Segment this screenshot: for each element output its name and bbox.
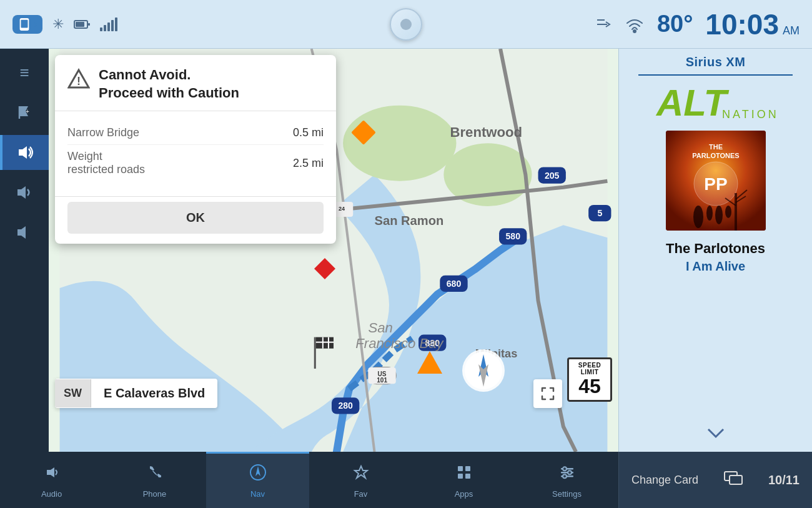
battery-svg	[74, 19, 90, 30]
svg-text:680: 680	[447, 279, 462, 289]
album-art: THE PARLOTONES PP	[666, 131, 766, 231]
svg-point-15	[343, 106, 456, 181]
bottom-nav: Audio Phone Nav	[0, 452, 618, 508]
svg-point-60	[715, 206, 723, 224]
time-ampm: AM	[783, 24, 800, 37]
nav-icon	[249, 464, 267, 486]
svg-point-76	[563, 467, 567, 471]
sort-icon	[595, 16, 612, 33]
svg-text:580: 580	[505, 231, 520, 241]
album-art-inner: THE PARLOTONES PP	[666, 131, 766, 231]
track-counter: 10/11	[768, 473, 800, 487]
volume-low-icon	[15, 224, 34, 241]
svg-marker-68	[355, 466, 367, 478]
caution-body: Narrow Bridge 0.5 mi Weightrestricted ro…	[55, 111, 336, 191]
volume-high-icon	[16, 144, 35, 161]
nav-item-audio[interactable]: Audio	[0, 452, 103, 508]
signal-bars-icon	[100, 17, 117, 31]
panel-chevron-down[interactable]	[706, 426, 726, 443]
time-display: 10:03 AM	[705, 7, 800, 41]
right-panel: Sirius XM ALT NATION	[618, 49, 812, 452]
sidebar-item-menu[interactable]: ≡	[0, 55, 49, 90]
panel-source-label: Sirius XM	[686, 55, 746, 69]
caution-header: ! Cannot Avoid.Proceed with Caution	[55, 55, 336, 111]
settings-label: Settings	[552, 489, 582, 499]
nav-item-phone[interactable]: Phone	[103, 452, 206, 508]
bottom-bar: Audio Phone Nav	[0, 452, 812, 508]
svg-rect-69	[458, 466, 463, 471]
caution-triangle-icon: !	[67, 67, 90, 94]
main-area: ≡ +	[0, 49, 812, 452]
asterisk-icon: ✳	[52, 16, 64, 32]
map-container[interactable]: 205 5 580 680 880 280 US 101 24 B	[49, 49, 618, 452]
nav-item-settings[interactable]: Settings	[515, 452, 618, 508]
svg-text:San Ramon: San Ramon	[375, 214, 444, 227]
panel-divider	[638, 74, 793, 76]
svg-text:Francisco Bay: Francisco Bay	[355, 336, 444, 351]
voice-button[interactable]	[390, 8, 422, 41]
audio-icon	[43, 464, 61, 486]
change-card-label[interactable]: Change Card	[631, 474, 698, 487]
caution-row-weight: Weightrestricted roads 2.5 mi	[67, 145, 324, 181]
nav-item-apps[interactable]: Apps	[412, 452, 515, 508]
svg-point-8	[633, 30, 636, 32]
caution-value-bridge: 0.5 mi	[293, 126, 324, 139]
apps-label: Apps	[455, 489, 473, 499]
sidebar-item-volume-low[interactable]	[0, 215, 49, 250]
apps-icon	[455, 464, 473, 486]
svg-marker-11	[17, 186, 26, 199]
caution-value-weight: 2.5 mi	[293, 157, 324, 170]
svg-text:PP: PP	[704, 174, 727, 194]
svg-text:ALT: ALT	[655, 83, 730, 121]
svg-rect-70	[465, 466, 470, 471]
nav-item-fav[interactable]: Fav	[309, 452, 412, 508]
expand-map-button[interactable]	[533, 379, 562, 408]
svg-text:101: 101	[377, 377, 387, 384]
voice-button-center	[390, 8, 422, 41]
sidebar-item-volume-mid[interactable]	[0, 175, 49, 210]
svg-text:205: 205	[545, 171, 560, 181]
caution-title: Cannot Avoid.Proceed with Caution	[99, 66, 239, 102]
caution-row-bridge: Narrow Bridge 0.5 mi	[67, 121, 324, 145]
street-label: SW E Calaveras Blvd	[55, 379, 217, 408]
change-card-icon[interactable]	[723, 468, 743, 492]
caution-ok-button[interactable]: OK	[67, 202, 324, 234]
svg-text:5: 5	[597, 208, 602, 218]
volume-mid-icon	[15, 184, 34, 201]
svg-text:24: 24	[339, 206, 345, 212]
sidebar-item-flag[interactable]: +	[0, 95, 49, 130]
wifi-icon	[625, 16, 645, 33]
svg-point-78	[563, 474, 567, 478]
sidebar-item-volume-active[interactable]	[0, 135, 49, 170]
svg-text:!: !	[77, 75, 81, 87]
caution-divider	[55, 196, 336, 197]
settings-icon	[558, 464, 576, 486]
status-right: 80° 10:03 AM	[595, 7, 800, 41]
svg-rect-80	[730, 476, 742, 484]
phone-status-icon[interactable]: ›	[12, 15, 42, 34]
fav-icon	[352, 464, 370, 486]
svg-marker-10	[19, 146, 27, 159]
street-name: E Calaveras Blvd	[91, 379, 217, 408]
current-position-marker	[417, 351, 442, 374]
alt-nation-logo: ALT NATION	[653, 83, 778, 121]
svg-point-61	[725, 206, 731, 218]
caution-label-weight: Weightrestricted roads	[67, 150, 145, 176]
status-bar: › ✳	[0, 0, 812, 49]
svg-text:NATION: NATION	[722, 108, 778, 121]
sidebar: ≡ +	[0, 49, 49, 452]
phone-icon	[17, 17, 31, 31]
nav-item-nav[interactable]: Nav	[206, 452, 309, 508]
svg-rect-5	[88, 23, 90, 26]
navigation-arrow	[461, 348, 506, 396]
svg-marker-67	[255, 466, 260, 476]
caution-label-bridge: Narrow Bridge	[67, 126, 139, 139]
audio-label: Audio	[41, 489, 62, 499]
temperature-display: 80°	[657, 11, 693, 37]
phone-nav-icon	[147, 464, 163, 486]
status-left: › ✳	[12, 15, 595, 34]
speed-limit-label: SPEEDLIMIT	[572, 362, 608, 376]
speed-limit-number: 45	[572, 376, 608, 397]
svg-text:San: San	[368, 320, 392, 336]
phone-label: Phone	[143, 489, 167, 499]
